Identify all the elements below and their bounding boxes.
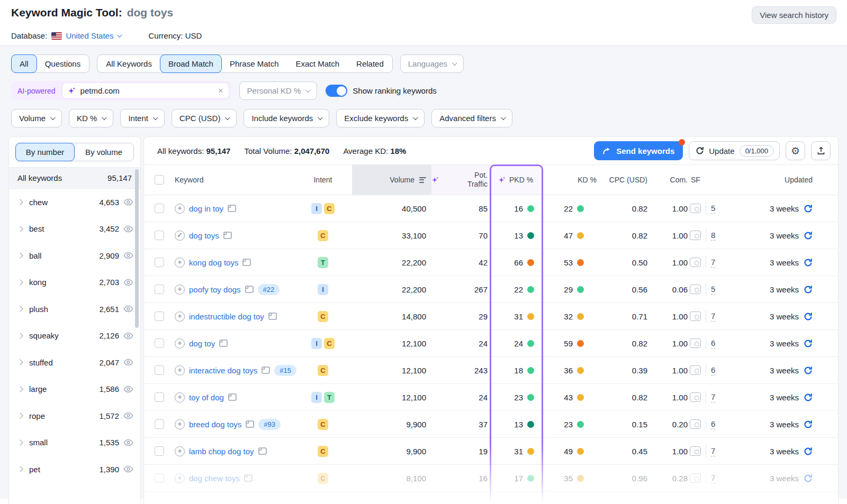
eye-icon[interactable] [123, 198, 133, 206]
sf-count[interactable]: 7 [711, 311, 715, 322]
eye-icon[interactable] [123, 279, 133, 286]
sidebar-group-item[interactable]: chew 4,653 [9, 189, 140, 216]
position-badge[interactable]: #22 [258, 284, 280, 295]
keyword-link[interactable]: breed dog toys [189, 420, 241, 429]
all-keywords-group[interactable]: All keywords 95,147 [9, 167, 140, 189]
sidebar-group-item[interactable]: ball 2,909 [9, 242, 140, 269]
serp-snapshot-icon[interactable] [228, 205, 236, 212]
serp-preview-icon[interactable] [690, 231, 701, 240]
domain-search-input[interactable] [80, 86, 214, 95]
eye-icon[interactable] [123, 252, 133, 259]
keyword-link[interactable]: dog toys [189, 231, 219, 240]
eye-icon[interactable] [123, 439, 133, 446]
serp-preview-icon[interactable] [690, 258, 701, 267]
eye-icon[interactable] [123, 386, 133, 393]
col-sf[interactable]: SF [688, 176, 733, 184]
row-checkbox[interactable] [155, 419, 164, 429]
serp-preview-icon[interactable] [690, 419, 701, 429]
keyword-link[interactable]: poofy toy dogs [189, 285, 241, 294]
eye-icon[interactable] [123, 412, 133, 419]
eye-icon[interactable] [123, 305, 133, 313]
sf-count[interactable]: 7 [711, 473, 715, 483]
update-button[interactable]: Update 0/1,000 [689, 141, 780, 160]
add-keyword-icon[interactable]: + [175, 392, 185, 402]
col-kd[interactable]: KD % [542, 176, 597, 184]
keyword-link[interactable]: dog in toy [189, 204, 223, 213]
refresh-metrics-icon[interactable] [804, 420, 813, 429]
serp-preview-icon[interactable] [690, 473, 701, 483]
serp-preview-icon[interactable] [690, 285, 701, 294]
add-keyword-icon[interactable]: + [175, 446, 185, 456]
filter-volume[interactable]: Volume [11, 109, 62, 127]
row-checkbox[interactable] [155, 258, 164, 267]
row-checkbox[interactable] [155, 311, 164, 321]
tab-phrase-match[interactable]: Phrase Match [221, 55, 287, 72]
keyword-link[interactable]: lamb chop dog toy [189, 447, 254, 456]
refresh-metrics-icon[interactable] [804, 231, 813, 240]
row-checkbox[interactable] [155, 392, 164, 402]
tab-questions[interactable]: Questions [37, 55, 89, 72]
sidebar-group-item[interactable]: large 1,586 [9, 376, 140, 403]
col-keyword[interactable]: Keyword [175, 176, 294, 184]
personal-kd-dropdown[interactable]: Personal KD % [239, 81, 318, 100]
refresh-metrics-icon[interactable] [804, 474, 813, 483]
serp-snapshot-icon[interactable] [268, 313, 277, 320]
serp-snapshot-icon[interactable] [244, 474, 253, 482]
add-keyword-icon[interactable]: + [175, 365, 185, 375]
sf-count[interactable]: 6 [711, 419, 715, 429]
by-number-button[interactable]: By number [15, 143, 75, 161]
col-pkd[interactable]: PKD % [491, 165, 542, 195]
row-checkbox[interactable] [155, 365, 164, 375]
view-search-history-button[interactable]: View search history [752, 6, 836, 24]
add-keyword-icon[interactable]: + [175, 338, 185, 349]
serp-preview-icon[interactable] [690, 365, 701, 375]
col-intent[interactable]: Intent [294, 176, 352, 184]
sf-count[interactable]: 6 [711, 365, 715, 375]
tab-exact-match[interactable]: Exact Match [287, 55, 348, 72]
refresh-metrics-icon[interactable] [804, 447, 813, 456]
sf-count[interactable]: 5 [711, 285, 715, 295]
refresh-metrics-icon[interactable] [804, 393, 813, 402]
filter-intent[interactable]: Intent [120, 109, 165, 127]
serp-snapshot-icon[interactable] [219, 340, 228, 347]
add-keyword-icon[interactable]: + [175, 311, 185, 322]
row-checkbox[interactable] [155, 204, 164, 213]
add-keyword-icon[interactable]: + [175, 473, 185, 483]
serp-snapshot-icon[interactable] [242, 259, 251, 266]
table-settings-button[interactable]: ⚙ [786, 141, 805, 160]
sidebar-group-item[interactable]: pet 1,390 [9, 456, 140, 483]
select-all-checkbox[interactable] [155, 175, 164, 185]
sidebar-group-item[interactable]: best 3,452 [9, 216, 140, 243]
add-keyword-icon[interactable]: + [175, 419, 185, 429]
position-badge[interactable]: #93 [258, 419, 281, 430]
col-cpc[interactable]: CPC (USD) [597, 176, 647, 184]
position-badge[interactable]: #15 [274, 365, 296, 376]
keyword-link[interactable]: kong dog toys [189, 258, 238, 267]
serp-snapshot-icon[interactable] [223, 232, 232, 239]
by-volume-button[interactable]: By volume [74, 143, 133, 161]
eye-icon[interactable] [123, 359, 133, 366]
sidebar-group-item[interactable]: stuffed 2,047 [9, 349, 140, 376]
tab-broad-match[interactable]: Broad Match [160, 54, 222, 73]
filter-kd[interactable]: KD % [69, 109, 113, 127]
add-keyword-icon[interactable]: + [175, 204, 185, 214]
add-keyword-icon[interactable]: + [175, 285, 185, 295]
tab-all-keywords[interactable]: All Keywords [97, 55, 160, 72]
serp-snapshot-icon[interactable] [258, 447, 267, 455]
serp-snapshot-icon[interactable] [262, 366, 270, 374]
database-selector[interactable]: United States [66, 31, 121, 40]
tab-related[interactable]: Related [348, 55, 392, 72]
domain-search-field[interactable]: × [62, 83, 229, 99]
sidebar-scrollbar[interactable] [135, 169, 139, 328]
serp-preview-icon[interactable] [690, 204, 701, 213]
refresh-metrics-icon[interactable] [804, 366, 813, 375]
sidebar-group-item[interactable]: small 1,535 [9, 429, 140, 456]
refresh-metrics-icon[interactable] [804, 339, 813, 348]
export-button[interactable] [811, 141, 831, 160]
row-checkbox[interactable] [155, 231, 164, 240]
filter-cpc[interactable]: CPC (USD) [172, 109, 237, 127]
sf-count[interactable]: 5 [711, 204, 715, 214]
serp-preview-icon[interactable] [690, 311, 701, 321]
add-keyword-icon[interactable]: + [175, 258, 185, 268]
col-pot-traffic[interactable]: Pot.Traffic [431, 165, 491, 195]
